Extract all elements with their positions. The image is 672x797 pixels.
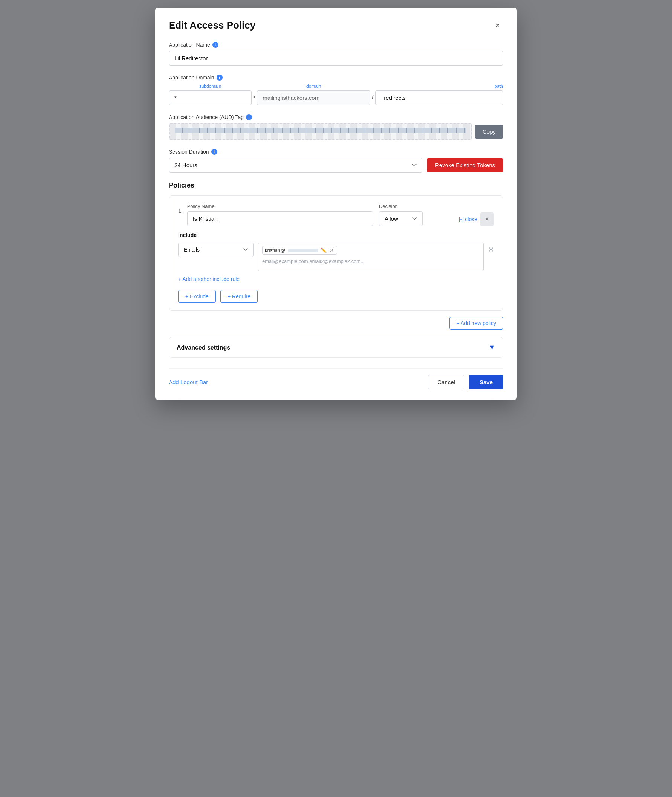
domain-input[interactable] xyxy=(257,90,370,105)
subdomain-input[interactable] xyxy=(169,90,252,105)
advanced-settings-title: Advanced settings xyxy=(177,344,230,351)
app-domain-section: Application Domain i subdomain • domain … xyxy=(169,75,503,105)
path-col: path xyxy=(375,83,503,105)
aud-tag-masked xyxy=(175,128,466,133)
add-logout-bar-button[interactable]: Add Logout Bar xyxy=(169,379,208,385)
app-domain-info-icon[interactable]: i xyxy=(217,75,222,81)
aud-info-icon[interactable]: i xyxy=(246,114,252,120)
email-tag-chip: kristian@ ✏️ ✕ xyxy=(262,246,337,254)
policies-section: Policies 1. Policy Name Decision Allow B… xyxy=(169,182,503,330)
email-chip-value: kristian@ xyxy=(265,248,285,253)
path-col-label: path xyxy=(375,83,503,89)
policy-fields: Policy Name Decision Allow Block Bypass … xyxy=(187,203,454,226)
include-title: Include xyxy=(178,232,494,238)
domain-col-label: domain xyxy=(257,83,370,89)
save-button[interactable]: Save xyxy=(469,375,503,389)
subdomain-col: subdomain xyxy=(169,83,252,105)
modal-footer: Add Logout Bar Cancel Save xyxy=(169,368,503,389)
exclude-require-row: + Exclude + Require xyxy=(178,290,494,303)
policy-name-field-label: Policy Name xyxy=(187,203,373,209)
aud-tag-box xyxy=(169,123,472,140)
policy-name-col: Policy Name xyxy=(187,203,373,226)
policy-card-header: 1. Policy Name Decision Allow Block Bypa… xyxy=(178,203,494,226)
include-row: Emails Everyone IP ranges Country Servic… xyxy=(178,243,494,271)
footer-buttons: Cancel Save xyxy=(428,375,503,389)
cancel-button[interactable]: Cancel xyxy=(428,375,464,389)
policy-decision-col: Decision Allow Block Bypass Service Auth xyxy=(379,203,454,226)
session-duration-section: Session Duration i 25 minutes 30 minutes… xyxy=(169,149,503,173)
policy-decision-select[interactable]: Allow Block Bypass Service Auth xyxy=(379,211,422,226)
tag-chip-remove-button[interactable]: ✕ xyxy=(329,248,334,253)
email-chip-masked xyxy=(288,249,318,252)
app-name-label: Application Name i xyxy=(169,42,503,48)
slash-separator: / xyxy=(370,93,375,101)
close-button[interactable]: × xyxy=(492,20,503,31)
copy-aud-button[interactable]: Copy xyxy=(475,125,503,139)
domain-col: domain xyxy=(257,83,370,105)
policy-number: 1. xyxy=(178,208,183,214)
app-domain-label: Application Domain i xyxy=(169,75,503,81)
dot-separator: • xyxy=(252,93,257,101)
policy-name-input[interactable] xyxy=(187,211,373,226)
include-rule-remove-button[interactable]: ✕ xyxy=(488,246,494,254)
modal-title: Edit Access Policy xyxy=(169,19,255,31)
advanced-settings-section: Advanced settings ▼ xyxy=(169,337,503,358)
revoke-tokens-button[interactable]: Revoke Existing Tokens xyxy=(427,158,503,172)
app-name-section: Application Name i xyxy=(169,42,503,66)
include-type-select[interactable]: Emails Everyone IP ranges Country Servic… xyxy=(178,243,253,257)
aud-row: Copy xyxy=(169,123,503,140)
session-row: 25 minutes 30 minutes 6 Hours 12 Hours 2… xyxy=(169,158,503,173)
app-name-info-icon[interactable]: i xyxy=(213,42,218,48)
policy-actions: [-] close × xyxy=(459,213,494,226)
session-info-icon[interactable]: i xyxy=(211,149,218,155)
include-value-area: kristian@ ✏️ ✕ email@example.com,email2@… xyxy=(258,243,484,271)
session-duration-select[interactable]: 25 minutes 30 minutes 6 Hours 12 Hours 2… xyxy=(169,158,422,173)
path-input[interactable] xyxy=(375,90,503,105)
domain-row: subdomain • domain / path xyxy=(169,83,503,105)
add-include-rule-button[interactable]: + Add another include rule xyxy=(178,276,240,282)
include-placeholder: email@example.com,email2@example2.com... xyxy=(262,258,480,264)
aud-label: Application Audience (AUD) Tag i xyxy=(169,114,503,120)
policies-title: Policies xyxy=(169,182,503,189)
require-button[interactable]: + Require xyxy=(220,290,258,303)
modal-header: Edit Access Policy × xyxy=(169,19,503,31)
advanced-chevron-icon: ▼ xyxy=(488,344,495,351)
app-name-input[interactable] xyxy=(169,51,503,66)
collapse-policy-button[interactable]: [-] close xyxy=(459,216,477,222)
session-label: Session Duration i xyxy=(169,149,503,155)
subdomain-col-label: subdomain xyxy=(169,83,252,89)
include-section: Include Emails Everyone IP ranges Countr… xyxy=(178,232,494,303)
add-new-policy-button[interactable]: + Add new policy xyxy=(450,317,503,330)
aud-tag-section: Application Audience (AUD) Tag i Copy xyxy=(169,114,503,140)
add-policy-row: + Add new policy xyxy=(169,317,503,330)
delete-policy-button[interactable]: × xyxy=(480,213,494,226)
tag-chip-edit-button[interactable]: ✏️ xyxy=(320,248,327,253)
advanced-settings-header[interactable]: Advanced settings ▼ xyxy=(169,338,503,357)
policy-card: 1. Policy Name Decision Allow Block Bypa… xyxy=(169,195,503,311)
policy-decision-field-label: Decision xyxy=(379,203,454,209)
edit-access-policy-modal: Edit Access Policy × Application Name i … xyxy=(155,8,517,400)
exclude-button[interactable]: + Exclude xyxy=(178,290,216,303)
